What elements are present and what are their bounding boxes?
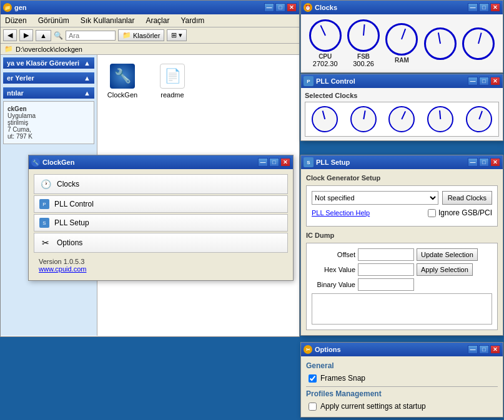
pll-setup-maximize-btn[interactable]: □	[479, 158, 489, 167]
hex-input[interactable]	[358, 263, 414, 276]
clockgen-label: ClockGen	[107, 91, 137, 99]
fsb-gauge: FSB 300.26	[347, 19, 380, 67]
collapse-details-icon: ▲	[84, 89, 91, 97]
frames-snap-label: Frames Snap	[320, 374, 365, 383]
pll-control-minimize-btn[interactable]: —	[468, 77, 478, 85]
back-button[interactable]: ◀	[3, 29, 17, 41]
apply-current-checkbox[interactable]	[309, 403, 317, 411]
clock-gen-setup-box: Not specified Read Clocks PLL Selection …	[306, 185, 498, 227]
details-section[interactable]: ntılar ▲	[3, 87, 94, 99]
menu-sik[interactable]: Sık Kullanılanlar	[79, 16, 137, 26]
explorer-maximize-btn[interactable]: □	[275, 3, 285, 12]
ram-gauge-circle	[385, 23, 418, 56]
offset-input[interactable]	[358, 248, 414, 261]
menu-gorunum[interactable]: Görünüm	[36, 16, 71, 26]
explorer-titlebar: 📁 gen — □ ✕	[1, 1, 299, 14]
up-button[interactable]: ▲	[36, 30, 51, 41]
menu-duzen[interactable]: Düzen	[3, 16, 29, 26]
clocks-maximize-btn[interactable]: □	[479, 3, 489, 12]
pll-selection-help-link[interactable]: PLL Selection Help	[312, 209, 370, 217]
nav-pll-control[interactable]: P PLL Control	[34, 195, 288, 213]
profiles-section-label: Profiles Management	[306, 389, 498, 398]
explorer-toolbar: ◀ ▶ ▲ 🔍 📁 Klasörler ⊞ ▾	[1, 27, 299, 44]
clocks-window: ⏰ Clocks — □ ✕ CPU 2702.30 FSB 300.26	[300, 0, 503, 73]
options-maximize-btn[interactable]: □	[479, 345, 489, 354]
options-body: General Frames Snap Profiles Management …	[301, 356, 503, 417]
nav-options-label: Options	[57, 238, 82, 247]
clockgen-body: 🕐 Clocks P PLL Control S PLL Setup ✂ Opt…	[29, 169, 293, 280]
file-clockgen[interactable]: 🔧 ClockGen	[104, 61, 141, 101]
pll-setup-body: Clock Generator Setup Not specified Read…	[301, 169, 503, 335]
selected-needle-2	[363, 110, 365, 119]
pll-setup-minimize-btn[interactable]: —	[468, 158, 478, 167]
nav-options[interactable]: ✂ Options	[34, 233, 288, 253]
nav-clocks[interactable]: 🕐 Clocks	[34, 174, 288, 194]
task-section[interactable]: ya ve Klasör Görevleri ▲	[3, 57, 94, 69]
options-close-btn[interactable]: ✕	[490, 345, 500, 354]
extra-needle-2	[478, 32, 482, 44]
clockgen-minimize-btn[interactable]: —	[258, 158, 268, 167]
pll-dropdown[interactable]: Not specified	[312, 191, 438, 205]
forward-icon: ▶	[24, 31, 29, 39]
collapse-icon: ▲	[84, 59, 91, 67]
clockgen-close-btn[interactable]: ✕	[280, 158, 290, 167]
apply-current-label: Apply current settings at startup	[320, 402, 426, 411]
explorer-minimize-btn[interactable]: —	[264, 3, 274, 12]
details-size: ut: 797 K	[7, 133, 90, 140]
back-icon: ◀	[7, 31, 12, 39]
folders-button[interactable]: 📁 Klasörler	[118, 29, 164, 41]
pll-control-body: Selected Clocks	[301, 88, 503, 140]
website-link[interactable]: www.cpuid.com	[39, 265, 86, 273]
selected-gauge-1	[312, 106, 338, 132]
ignore-gsb-label: Ignore GSB/PCI	[438, 208, 492, 217]
nav-pll-setup[interactable]: S PLL Setup	[34, 214, 288, 232]
file-readme[interactable]: 📄 readme	[154, 61, 191, 101]
cpu-needle	[320, 25, 325, 36]
ignore-gsb-checkbox[interactable]	[428, 209, 436, 217]
binary-input[interactable]	[358, 278, 414, 291]
clocks-close-btn[interactable]: ✕	[490, 3, 500, 12]
clocks-nav-icon: 🕐	[39, 178, 52, 190]
clockgen-maximize-btn[interactable]: □	[269, 158, 279, 167]
clocks-titlebar: ⏰ Clocks — □ ✕	[301, 1, 503, 14]
search-input[interactable]	[66, 31, 116, 41]
menu-araclar[interactable]: Araçlar	[144, 16, 171, 26]
nav-pll-control-label: PLL Control	[54, 200, 94, 208]
ic-dump-label: IC Dump	[306, 232, 498, 239]
ram-needle	[402, 29, 407, 40]
pll-control-nav-icon: P	[39, 199, 49, 209]
setup-row-links: PLL Selection Help Ignore GSB/PCI	[312, 208, 492, 217]
details-type: Uygulama	[7, 112, 90, 119]
selected-needle-4	[439, 110, 441, 119]
forward-button[interactable]: ▶	[19, 29, 33, 41]
pll-control-maximize-btn[interactable]: □	[479, 77, 489, 85]
update-selection-btn[interactable]: Update Selection	[417, 248, 478, 261]
binary-row: Binary Value	[312, 278, 492, 291]
explorer-menu: Düzen Görünüm Sık Kullanılanlar Araçlar …	[1, 14, 299, 27]
clocks-minimize-btn[interactable]: —	[468, 3, 478, 12]
pll-control-titlebar: P PLL Control — □ ✕	[301, 74, 503, 88]
read-clocks-btn[interactable]: Read Clocks	[442, 191, 492, 205]
menu-yardim[interactable]: Yardım	[179, 16, 206, 26]
explorer-close-btn[interactable]: ✕	[287, 3, 297, 12]
explorer-titlebar-buttons: — □ ✕	[264, 3, 297, 12]
folder-icon: 📁	[122, 31, 131, 39]
apply-selection-btn[interactable]: Apply Selection	[417, 263, 473, 276]
output-area	[312, 293, 492, 325]
cpu-value: 2702.30	[313, 60, 338, 67]
extra-gauge-1	[424, 27, 457, 60]
options-minimize-btn[interactable]: —	[468, 345, 478, 354]
pll-control-close-btn[interactable]: ✕	[490, 77, 500, 85]
places-section[interactable]: er Yerler ▲	[3, 72, 94, 84]
pll-setup-window: S PLL Setup — □ ✕ Clock Generator Setup …	[300, 155, 503, 336]
selected-gauge-5	[466, 106, 492, 132]
selected-needle-5	[478, 111, 482, 120]
ic-dump-section: Offset Update Selection Hex Value Apply …	[306, 243, 498, 330]
view-button[interactable]: ⊞ ▾	[167, 29, 187, 41]
frames-snap-checkbox[interactable]	[309, 374, 317, 383]
selected-clocks-label: Selected Clocks	[305, 92, 499, 99]
pll-setup-close-btn[interactable]: ✕	[490, 158, 500, 167]
setup-row-select: Not specified Read Clocks	[312, 191, 492, 205]
binary-label: Binary Value	[312, 281, 355, 288]
details-date: 7 Cuma,	[7, 126, 90, 133]
